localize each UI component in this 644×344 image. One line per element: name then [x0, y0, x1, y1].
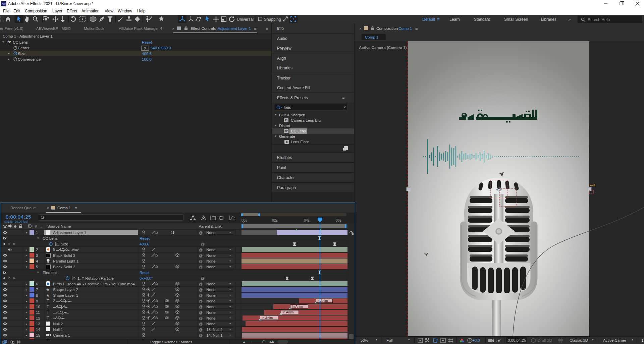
svg-text:fx: fx	[155, 230, 158, 234]
svg-text:fx: fx	[155, 299, 158, 303]
svg-text:fx: fx	[155, 253, 158, 257]
svg-text:fx: fx	[155, 282, 158, 286]
svg-text:fx: fx	[155, 304, 158, 308]
svg-text:fx: fx	[155, 316, 158, 320]
svg-text:fx: fx	[155, 310, 158, 314]
svg-text:.wav: .wav	[71, 247, 79, 251]
svg-text:fx: fx	[155, 265, 158, 269]
svg-text:5: 5	[53, 247, 55, 251]
svg-text:2: 2	[53, 299, 55, 303]
